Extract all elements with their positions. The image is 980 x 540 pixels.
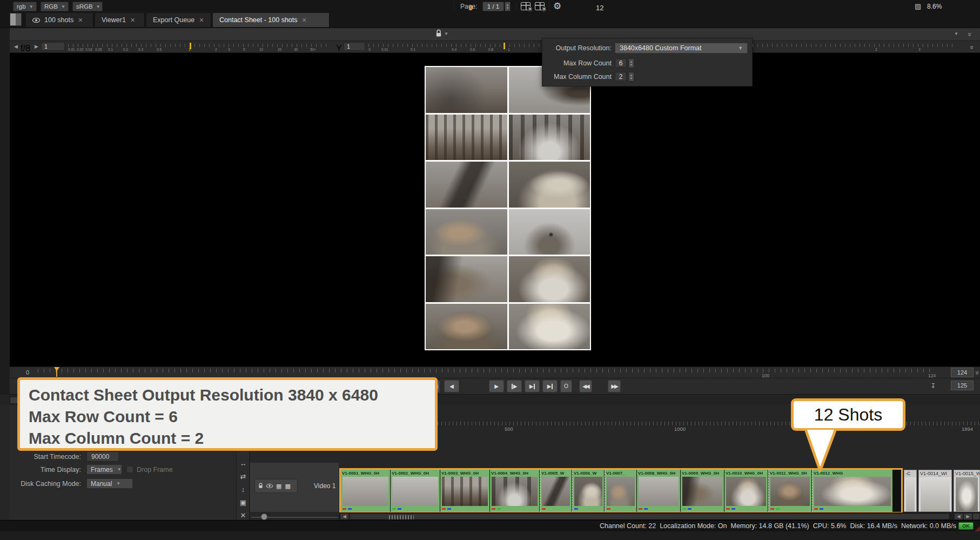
tab-100-shots[interactable]: 100 shots ✕ (26, 13, 93, 27)
timeline-clip-13-partial[interactable]: -C (904, 470, 917, 512)
start-timecode-field[interactable]: 90000 (86, 451, 119, 462)
close-icon[interactable]: ✕ (78, 17, 83, 24)
timeline-clip-12[interactable]: V1-0012_WHG (812, 470, 893, 512)
gamma-tick: 0.4 (452, 48, 457, 51)
scroll-corner[interactable] (973, 514, 979, 519)
remove-column-icon[interactable]: ✕ (535, 2, 545, 10)
channel-dropdown[interactable]: rgb▼ (13, 2, 37, 11)
close-icon[interactable]: ✕ (199, 17, 204, 24)
timeline-clip-5[interactable]: V1-0005_W (540, 470, 572, 512)
step-back-button[interactable]: ◀◀ (579, 380, 592, 392)
slip-tool-icon[interactable]: ↕ (238, 484, 248, 494)
colorspace-dropdown[interactable]: sRGB▼ (72, 2, 103, 11)
scroll-right-button[interactable]: ▶ (964, 514, 972, 519)
display-dropdown[interactable]: RGB▼ (41, 2, 69, 11)
collapse-icon[interactable]: » (966, 32, 974, 36)
gear-icon[interactable]: ⚙ (553, 1, 561, 12)
clip-thumbnail (574, 477, 602, 506)
close-icon[interactable]: ✕ (130, 17, 135, 24)
scrollbar-thumb[interactable] (350, 514, 949, 519)
multi-tool-icon[interactable]: ↔ (238, 458, 248, 468)
max-row-count-field[interactable]: 6 (615, 58, 627, 68)
track-zoom-knob[interactable] (261, 514, 267, 520)
timeline-clip-6[interactable]: V1-0006_W (572, 470, 605, 512)
loop-button[interactable]: O (560, 380, 572, 392)
scrollbar-grip[interactable] (389, 515, 414, 519)
prev-arrow-icon[interactable]: ◀ (14, 44, 18, 49)
video-track-header[interactable]: ▦ ▩ Video 1 (250, 462, 339, 512)
timeline-clip-14[interactable]: V1-0014_WI (918, 470, 952, 512)
resize-grip[interactable] (975, 526, 980, 531)
timeline-clip-3[interactable]: V1-0003_WHG_0H (440, 470, 490, 512)
tab-viewer1[interactable]: Viewer1 ✕ (95, 13, 145, 27)
gain-tick: 5 (243, 48, 245, 51)
step-value[interactable]: 12 (596, 4, 603, 12)
annotation-box: Contact Sheet Output Resolution 3840 x 6… (17, 377, 438, 451)
max-row-spinner[interactable]: ▲▼ (628, 58, 634, 68)
in-frame-field[interactable]: 124 (951, 368, 974, 377)
current-frame[interactable]: 0 (469, 4, 473, 12)
export-frame-icon[interactable]: ↧ (930, 382, 936, 390)
timeline-clip-2[interactable]: V1-0002_WHG_0H (391, 470, 440, 512)
play-backward-button[interactable]: ◀ (444, 380, 459, 392)
disk-caching-dropdown[interactable]: Manual▼ (86, 478, 133, 489)
track-mute-icon[interactable]: ▩ (285, 483, 290, 490)
lock-icon[interactable] (435, 29, 442, 39)
skip-to-end-button[interactable]: ▶ (542, 380, 558, 392)
collapse-icon[interactable]: » (968, 45, 976, 49)
move-trim-tool-icon[interactable]: ⇄ (238, 471, 248, 481)
chevron-down-icon[interactable]: ▼ (954, 31, 958, 36)
next-arrow-icon[interactable]: ▶ (35, 44, 38, 49)
scroll-left-button[interactable]: ◀ (340, 514, 348, 519)
output-resolution-dropdown[interactable]: 3840x6480 Custom Format▼ (615, 43, 748, 54)
timeline-clip-10[interactable]: V1-0010_WHG_0H (724, 470, 768, 512)
close-icon[interactable]: ✕ (302, 17, 307, 24)
timeline-clip-4[interactable]: V1-0004_WHG_0H (490, 470, 540, 512)
play-button[interactable]: ▶ (489, 380, 504, 392)
gamma-marker[interactable] (504, 43, 505, 49)
time-display-label: Time Display: (0, 466, 81, 474)
tab-contact-sheet[interactable]: Contact Sheet - 100 shots ✕ (213, 13, 330, 27)
page-value[interactable]: 1 / 1 (482, 2, 504, 11)
tab-export-queue[interactable]: Export Queue ✕ (146, 13, 211, 27)
timeline-clip-11[interactable]: V1-0011_WHG_0H (768, 470, 812, 512)
chevron-down-icon[interactable]: ▼ (444, 31, 448, 36)
scroll-left-button[interactable]: ◀ (955, 514, 963, 519)
timeline-clip-8[interactable]: V1-0008_WHG_0H (637, 470, 681, 512)
max-column-count-field[interactable]: 2 (615, 72, 627, 81)
gain-tick: 3 (228, 48, 230, 51)
out-frame-field[interactable]: 125 (951, 381, 974, 390)
track-solo-icon[interactable]: ▦ (276, 483, 281, 490)
gain-tick: 0.01 (68, 48, 75, 51)
timeline-clip-15[interactable]: V1-0015_W (954, 470, 980, 512)
timeline-clip-7[interactable]: V1-0007_ (605, 470, 637, 512)
play-to-next-button[interactable]: ▶ (507, 380, 522, 392)
time-display-dropdown[interactable]: Frames▼ (86, 464, 122, 475)
next-edit-button[interactable]: ▶ (525, 380, 540, 392)
ruler-ticks (38, 369, 935, 372)
track-lock-icon[interactable] (258, 483, 263, 490)
remove-row-icon[interactable]: ✕ (521, 2, 531, 10)
gamma-input[interactable]: 1 (344, 42, 365, 51)
collapse-icon[interactable]: » (974, 371, 980, 375)
step-forward-button[interactable]: ▶▶ (608, 380, 621, 392)
razor-tool-icon[interactable]: ✕ (238, 510, 248, 520)
track-visibility-icon[interactable] (266, 483, 273, 489)
proxy-stripes-icon[interactable]: ▨ (915, 2, 921, 10)
slide-tool-icon[interactable]: ▣ (238, 497, 248, 507)
drop-frame-checkbox[interactable] (126, 466, 133, 473)
clip-thumbnail (442, 477, 488, 506)
tab-label: 100 shots (44, 16, 73, 24)
viewer-frame-ruler[interactable]: 0 100 124 (10, 366, 980, 378)
timeline-hscrollbar[interactable]: ◀ ◀ ▶ (339, 512, 980, 520)
zoom-level[interactable]: 8.6% (927, 3, 942, 10)
page-spinner[interactable]: ▲▼ (505, 2, 511, 11)
clip-thumbnail (956, 477, 978, 511)
contact-sheet-settings-panel: Output Resolution: 3840x6480 Custom Form… (542, 38, 753, 86)
timeline-clip-9[interactable]: V1-0009_WHG_0H (681, 470, 724, 512)
timeline-clip-1[interactable]: V1-0001_WHG_0H (341, 470, 391, 512)
max-column-spinner[interactable]: ▲▼ (628, 72, 634, 82)
clip-thumbnail (542, 477, 570, 506)
gain-slider[interactable] (68, 44, 331, 47)
gain-input[interactable]: 1 (41, 42, 65, 51)
